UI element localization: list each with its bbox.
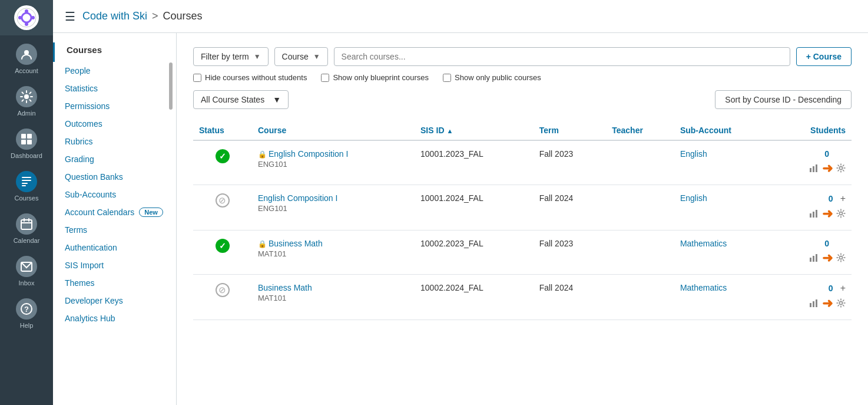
nav-label-account: Account xyxy=(15,67,38,74)
svg-rect-9 xyxy=(27,134,32,139)
sidebar-heading: Courses xyxy=(53,42,176,62)
unpublished-icon: ⊘ xyxy=(216,193,230,208)
nav-item-inbox[interactable]: Inbox xyxy=(0,250,53,292)
svg-rect-10 xyxy=(21,140,26,144)
sidebar-item-terms[interactable]: Terms xyxy=(53,221,176,239)
stats-icon-1[interactable] xyxy=(809,209,819,220)
students-cell-1: 0 + ➜ xyxy=(774,185,852,231)
col-sub-account[interactable]: Sub-Account xyxy=(674,121,775,140)
sidebar-item-sis-import[interactable]: SIS Import xyxy=(53,256,176,274)
subaccount-cell-0: English xyxy=(674,140,775,185)
col-course[interactable]: Course xyxy=(252,121,415,140)
sidebar-item-question-banks[interactable]: Question Banks xyxy=(53,168,176,186)
stats-icon-0[interactable] xyxy=(809,163,819,174)
arrow-icon-2: ➜ xyxy=(822,251,833,266)
filter-by-term-label: Filter by term xyxy=(201,52,249,61)
course-cell-2: 🔒Business Math MAT101 xyxy=(252,231,415,275)
svg-rect-14 xyxy=(22,183,28,184)
svg-point-7 xyxy=(24,94,29,99)
sidebar-item-themes[interactable]: Themes xyxy=(53,274,176,292)
settings-icon-0[interactable] xyxy=(836,163,846,174)
nav-label-dashboard: Dashboard xyxy=(11,152,42,159)
nav-item-dashboard[interactable]: Dashboard xyxy=(0,123,53,165)
subaccount-link-0[interactable]: English xyxy=(680,149,707,159)
sis-id-cell-1: 10001.2024_FAL xyxy=(415,185,534,231)
add-icon-3[interactable]: + xyxy=(840,283,846,294)
sidebar-item-rubrics[interactable]: Rubrics xyxy=(53,133,176,150)
course-link-1[interactable]: English Composition I xyxy=(258,193,337,203)
sidebar-item-permissions[interactable]: Permissions xyxy=(53,97,176,115)
svg-rect-11 xyxy=(27,140,32,144)
state-select-label: All Course States xyxy=(201,95,264,104)
blueprint-only-label[interactable]: Show only blueprint courses xyxy=(321,73,429,82)
course-type-button[interactable]: Course ▼ xyxy=(274,47,328,66)
search-input[interactable] xyxy=(342,52,783,61)
course-link-2[interactable]: 🔒Business Math xyxy=(258,239,323,248)
col-sis-id[interactable]: SIS ID ▲ xyxy=(415,121,534,140)
svg-rect-25 xyxy=(816,164,817,172)
state-select-button[interactable]: All Course States ▼ xyxy=(193,90,289,109)
breadcrumb-account[interactable]: Code with Ski xyxy=(82,10,147,22)
col-term[interactable]: Term xyxy=(534,121,607,140)
add-icon-1[interactable]: + xyxy=(840,193,846,204)
sidebar-item-sub-accounts[interactable]: Sub-Accounts xyxy=(53,186,176,203)
subaccount-cell-1: English xyxy=(674,185,775,231)
nav-label-help: Help xyxy=(20,322,34,329)
svg-point-26 xyxy=(840,166,843,169)
nav-item-calendar[interactable]: Calendar xyxy=(0,208,53,250)
course-link-3[interactable]: Business Math xyxy=(258,283,312,292)
settings-icon-1[interactable] xyxy=(836,209,846,220)
settings-icon-2[interactable] xyxy=(836,253,846,264)
course-cell-3: Business Math MAT101 xyxy=(252,275,415,320)
add-course-button[interactable]: + Course xyxy=(796,47,852,66)
nav-item-courses[interactable]: Courses xyxy=(0,165,53,208)
lock-icon: 🔒 xyxy=(258,240,267,248)
course-link-0[interactable]: 🔒English Composition I xyxy=(258,149,348,159)
svg-rect-16 xyxy=(21,220,32,229)
col-teacher[interactable]: Teacher xyxy=(606,121,674,140)
hide-no-students-checkbox[interactable] xyxy=(193,74,201,82)
subaccount-link-2[interactable]: Mathematics xyxy=(680,239,727,248)
arrow-icon-3: ➜ xyxy=(822,296,833,311)
course-code-2: MAT101 xyxy=(258,249,409,258)
sidebar-item-outcomes[interactable]: Outcomes xyxy=(53,115,176,133)
svg-rect-37 xyxy=(816,299,817,307)
settings-icon-3[interactable] xyxy=(836,298,846,309)
svg-rect-28 xyxy=(813,212,814,218)
public-only-label[interactable]: Show only public courses xyxy=(443,73,541,82)
nav-item-account[interactable]: Account xyxy=(0,38,53,80)
stats-icon-3[interactable] xyxy=(809,298,819,309)
teacher-cell-3 xyxy=(606,275,674,320)
sidebar-item-authentication[interactable]: Authentication xyxy=(53,239,176,256)
sidebar-item-people[interactable]: People xyxy=(53,62,176,80)
search-wrapper xyxy=(334,47,790,66)
col-students[interactable]: Students xyxy=(774,121,852,140)
hamburger-icon[interactable]: ☰ xyxy=(65,9,75,24)
sidebar-item-analytics-hub[interactable]: Analytics Hub xyxy=(53,309,176,327)
sidebar-item-account-calendars[interactable]: Account Calendars New xyxy=(53,203,176,221)
nav-item-admin[interactable]: Admin xyxy=(0,80,53,123)
filters-row: Filter by term ▼ Course ▼ + Course xyxy=(193,47,852,66)
hide-no-students-label[interactable]: Hide courses without students xyxy=(193,73,307,82)
filter-by-term-button[interactable]: Filter by term ▼ xyxy=(193,47,269,66)
table-row: ✓ 🔒English Composition I ENG101 10001.20… xyxy=(193,140,852,185)
sidebar-item-developer-keys[interactable]: Developer Keys xyxy=(53,292,176,309)
nav-item-help[interactable]: ? Help xyxy=(0,292,53,335)
sidebar-item-account-calendars-label[interactable]: Account Calendars xyxy=(65,208,134,217)
blueprint-only-checkbox[interactable] xyxy=(321,74,329,82)
sort-button[interactable]: Sort by Course ID - Descending xyxy=(715,90,852,109)
course-code-3: MAT101 xyxy=(258,294,409,302)
subaccount-link-1[interactable]: English xyxy=(680,193,707,203)
course-code-0: ENG101 xyxy=(258,160,409,169)
inbox-icon xyxy=(16,256,37,277)
stats-icon-2[interactable] xyxy=(809,253,819,264)
breadcrumb: Code with Ski > Courses xyxy=(82,10,203,22)
sidebar-item-statistics[interactable]: Statistics xyxy=(53,80,176,97)
sidebar-item-grading[interactable]: Grading xyxy=(53,150,176,168)
public-only-checkbox[interactable] xyxy=(443,74,451,82)
students-count-0: 0 xyxy=(824,149,829,159)
subaccount-link-3[interactable]: Mathematics xyxy=(680,283,727,292)
status-cell-1: ⊘ xyxy=(193,185,252,231)
logo[interactable] xyxy=(0,0,53,35)
col-status[interactable]: Status xyxy=(193,121,252,140)
